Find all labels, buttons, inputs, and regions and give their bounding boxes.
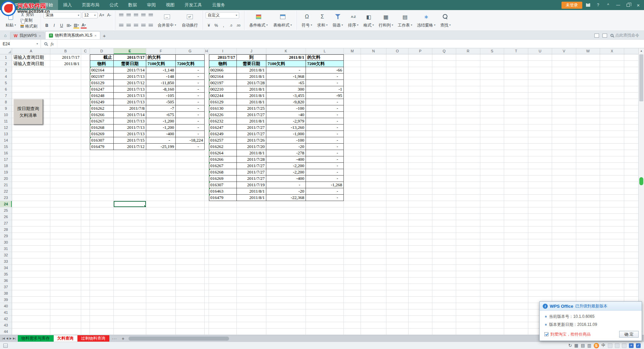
- cell-X33[interactable]: [600, 258, 624, 265]
- row-header-40[interactable]: 40: [0, 303, 12, 309]
- row-header-31[interactable]: 31: [0, 246, 12, 252]
- cell-L21[interactable]: -1,268: [306, 182, 344, 188]
- col-header-I[interactable]: I: [209, 48, 237, 54]
- cell-V36[interactable]: [552, 278, 576, 284]
- cell-V28[interactable]: [552, 227, 576, 233]
- row-header-10[interactable]: 10: [0, 112, 12, 118]
- row-header-26[interactable]: 26: [0, 214, 12, 220]
- cell-N38[interactable]: [361, 290, 386, 297]
- cell-C25[interactable]: [81, 207, 90, 214]
- cell-T35[interactable]: [504, 271, 528, 278]
- row-header-44[interactable]: 44: [0, 329, 12, 335]
- cell-X17[interactable]: [600, 156, 624, 163]
- cell-J42[interactable]: [237, 316, 266, 322]
- cell-G3[interactable]: -: [176, 67, 205, 73]
- cell-B36[interactable]: [50, 278, 81, 284]
- cell-P41[interactable]: [409, 309, 432, 316]
- cell-R4[interactable]: [456, 73, 480, 80]
- cell-U27[interactable]: [528, 220, 552, 227]
- cell-L6[interactable]: -1: [306, 86, 344, 93]
- cell-E6[interactable]: 2011/7/13: [114, 86, 146, 93]
- last-sheet-icon[interactable]: ▶|: [13, 337, 16, 340]
- cell-C7[interactable]: [81, 93, 90, 99]
- copy-button[interactable]: 复制: [20, 18, 38, 23]
- cell-P3[interactable]: [409, 67, 432, 73]
- cell-N14[interactable]: [361, 137, 386, 144]
- cell-P35[interactable]: [409, 271, 432, 278]
- cell-K28[interactable]: [266, 227, 306, 233]
- cell-W14[interactable]: [576, 137, 600, 144]
- cell-V1[interactable]: [552, 54, 576, 61]
- cell-D11[interactable]: 016267: [90, 118, 114, 124]
- cell-W15[interactable]: [576, 144, 600, 150]
- cell-L20[interactable]: -: [306, 176, 344, 182]
- cell-B9[interactable]: [50, 105, 81, 112]
- more-sheets-button[interactable]: ···: [109, 336, 120, 341]
- ime-tool-icon-3[interactable]: [622, 343, 627, 348]
- cell-U3[interactable]: [528, 67, 552, 73]
- cell-C15[interactable]: [81, 144, 90, 150]
- cell-V22[interactable]: [552, 188, 576, 195]
- cell-X10[interactable]: [600, 112, 624, 118]
- cell-O31[interactable]: [386, 246, 409, 252]
- cell-P20[interactable]: [409, 176, 432, 182]
- cell-I33[interactable]: [209, 258, 237, 265]
- cell-F26[interactable]: [146, 214, 176, 220]
- cell-A13[interactable]: [12, 131, 50, 137]
- cell-W9[interactable]: [576, 105, 600, 112]
- page-layout-view-icon[interactable]: ▤: [581, 343, 585, 348]
- cell-C35[interactable]: [81, 271, 90, 278]
- cell-I2[interactable]: 物料: [209, 61, 237, 67]
- cell-C40[interactable]: [81, 303, 90, 309]
- cell-H10[interactable]: [205, 112, 209, 118]
- cell-K24[interactable]: [266, 201, 306, 207]
- cell-F9[interactable]: -7: [146, 105, 176, 112]
- cell-X34[interactable]: [600, 265, 624, 271]
- cell-T14[interactable]: [504, 137, 528, 144]
- cell-O33[interactable]: [386, 258, 409, 265]
- cell-H7[interactable]: [205, 93, 209, 99]
- cell-D33[interactable]: [90, 258, 114, 265]
- cell-G38[interactable]: [176, 290, 205, 297]
- cell-W17[interactable]: [576, 156, 600, 163]
- cell-S2[interactable]: [480, 61, 504, 67]
- cell-G37[interactable]: [176, 284, 205, 290]
- cell-T26[interactable]: [504, 214, 528, 220]
- fill-color-button[interactable]: ▨▾: [73, 22, 79, 29]
- cell-T24[interactable]: [504, 201, 528, 207]
- cell-O22[interactable]: [386, 188, 409, 195]
- cell-K30[interactable]: [266, 239, 306, 246]
- cell-F29[interactable]: [146, 233, 176, 239]
- cell-P14[interactable]: [409, 137, 432, 144]
- cell-B23[interactable]: [50, 195, 81, 201]
- col-header-E[interactable]: E: [114, 48, 146, 54]
- cell-J13[interactable]: 2011/7/27: [237, 131, 266, 137]
- cell-R22[interactable]: [456, 188, 480, 195]
- cell-G2[interactable]: 7200欠料: [176, 61, 205, 67]
- cell-F4[interactable]: -148: [146, 73, 176, 80]
- cell-B18[interactable]: [50, 163, 81, 169]
- cell-X2[interactable]: [600, 61, 624, 67]
- cell-H22[interactable]: [205, 188, 209, 195]
- ime-tool-icon-2[interactable]: [615, 343, 620, 348]
- cell-N9[interactable]: [361, 105, 386, 112]
- menu-tab-2[interactable]: 插入: [58, 0, 77, 10]
- cell-E12[interactable]: 2011/7/13: [114, 124, 146, 131]
- normal-view-icon[interactable]: ▦: [574, 343, 578, 348]
- cell-I7[interactable]: 002244: [209, 93, 237, 99]
- cell-N17[interactable]: [361, 156, 386, 163]
- cell-A26[interactable]: [12, 214, 50, 220]
- next-sheet-icon[interactable]: ▶: [9, 337, 11, 340]
- cell-E40[interactable]: [114, 303, 146, 309]
- cell-L14[interactable]: -: [306, 137, 344, 144]
- cell-N43[interactable]: [361, 322, 386, 329]
- cell-A44[interactable]: [12, 329, 50, 335]
- cell-Q6[interactable]: [432, 86, 456, 93]
- cell-D29[interactable]: [90, 233, 114, 239]
- cell-G23[interactable]: [176, 195, 205, 201]
- cell-F14[interactable]: -: [146, 137, 176, 144]
- name-box[interactable]: E24▾: [0, 40, 41, 48]
- refresh-icon[interactable]: ↻: [568, 343, 572, 348]
- cell-L42[interactable]: [306, 316, 344, 322]
- cell-P31[interactable]: [409, 246, 432, 252]
